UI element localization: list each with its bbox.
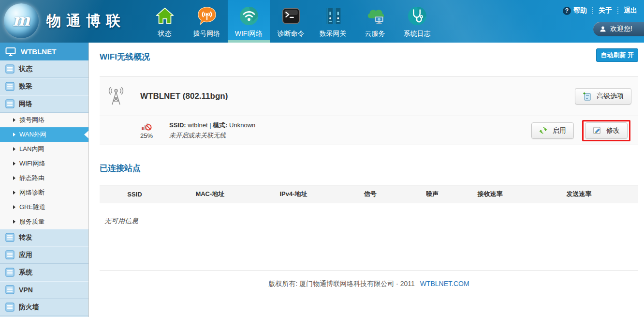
wifi-status-row: 25% SSID: wtblnet | 模式: Unknown 未开启或未关联无… bbox=[100, 116, 638, 145]
gateway-icon bbox=[323, 6, 343, 26]
sidebar-item-qos[interactable]: 服务质量 bbox=[0, 214, 88, 229]
signal-indicator: 25% bbox=[136, 122, 157, 139]
nav-tab-diagnostics[interactable]: 诊断命令 bbox=[270, 0, 312, 43]
advanced-options-icon bbox=[583, 92, 591, 101]
home-icon bbox=[155, 6, 175, 26]
wifi-panel-header: WTBLNET (802.11bgn) 高级选项 bbox=[100, 77, 638, 116]
header-links: ? 帮助 关于 退出 bbox=[563, 6, 637, 15]
about-link[interactable]: 关于 bbox=[599, 6, 612, 15]
brand-name: 物通博联 bbox=[46, 11, 126, 31]
copyright-text: 版权所有: 厦门物通博联网络科技有限公司 · 2011 bbox=[268, 280, 414, 287]
table-header-row: SSID MAC-地址 IPv4-地址 信号 噪声 接收速率 发送速率 bbox=[100, 185, 638, 203]
sidebar-item-wifi-network[interactable]: WIFI网络 bbox=[0, 156, 88, 171]
page-title: WIFI无线概况 bbox=[100, 51, 150, 62]
sidebar-item-static-route[interactable]: 静态路由 bbox=[0, 171, 88, 185]
help-icon: ? bbox=[563, 7, 571, 15]
sidebar-item-network[interactable]: 网络 bbox=[0, 95, 88, 113]
arrow-right-icon bbox=[13, 162, 15, 166]
nav-tab-label: 数采网关 bbox=[320, 30, 347, 38]
syslog-icon bbox=[407, 6, 427, 26]
wifi-action-buttons: 启用 修改 bbox=[531, 120, 631, 141]
terminal-icon bbox=[281, 6, 301, 26]
ssid-label: SSID: bbox=[169, 121, 186, 129]
user-icon bbox=[600, 26, 606, 32]
col-ssid: SSID bbox=[100, 185, 170, 203]
arrow-right-icon bbox=[13, 205, 15, 209]
nav-tab-wifi[interactable]: WIFI网络 bbox=[228, 0, 270, 43]
sidebar: WTBLNET 状态 数采 网络 拨号网络 WAN外网 LAN内网 WIF bbox=[0, 43, 89, 317]
nav-tab-label: 状态 bbox=[158, 30, 172, 38]
signal-percent: 25% bbox=[140, 132, 153, 139]
sidebar-item-wan[interactable]: WAN外网 bbox=[0, 127, 88, 142]
footer-link[interactable]: WTBLNET.COM bbox=[420, 280, 469, 287]
welcome-badge[interactable]: 欢迎您! bbox=[593, 22, 644, 36]
footer-divider bbox=[100, 270, 638, 271]
help-link[interactable]: ? 帮助 bbox=[563, 6, 587, 15]
nav-tab-status[interactable]: 状态 bbox=[144, 0, 186, 43]
mode-value: Unknown bbox=[229, 121, 255, 129]
sidebar-device-header[interactable]: WTBLNET bbox=[0, 43, 88, 60]
nav-tab-cloud[interactable]: 云服务 bbox=[354, 0, 396, 43]
connected-stations-title: 已连接站点 bbox=[100, 163, 638, 174]
empty-table-message: 无可用信息 bbox=[104, 217, 638, 226]
nav-tab-gateway[interactable]: 数采网关 bbox=[312, 0, 354, 43]
help-label: 帮助 bbox=[573, 6, 587, 15]
enable-button[interactable]: 启用 bbox=[531, 122, 574, 139]
brand-logo: m 物通博联 bbox=[4, 3, 126, 38]
mode-label: 模式: bbox=[213, 121, 227, 129]
sidebar-item-dialup-network[interactable]: 拨号网络 bbox=[0, 113, 88, 127]
link-separator bbox=[617, 7, 618, 14]
list-icon bbox=[5, 250, 15, 259]
nav-tab-syslog[interactable]: 系统日志 bbox=[396, 0, 438, 43]
modify-button[interactable]: 修改 bbox=[585, 122, 628, 139]
separator: | bbox=[209, 121, 211, 129]
device-name: WTBLNET bbox=[21, 47, 56, 56]
col-signal: 信号 bbox=[337, 185, 404, 203]
main-content: WIFI无线概况 自动刷新 开 WTBLNET (802.11bgn) bbox=[89, 43, 644, 317]
logout-link[interactable]: 退出 bbox=[624, 6, 637, 15]
sidebar-item-network-diagnostics[interactable]: 网络诊断 bbox=[0, 185, 88, 200]
sidebar-item-forwarding[interactable]: 转发 bbox=[0, 229, 88, 246]
sidebar-item-applications[interactable]: 应用 bbox=[0, 246, 88, 264]
modify-button-highlight: 修改 bbox=[582, 120, 630, 141]
sidebar-item-gre-tunnel[interactable]: GRE隧道 bbox=[0, 200, 88, 214]
nav-tab-label: WIFI网络 bbox=[235, 30, 263, 38]
dialup-icon bbox=[197, 6, 217, 26]
cloud-icon bbox=[365, 6, 385, 26]
col-mac: MAC-地址 bbox=[170, 185, 250, 203]
sidebar-item-system[interactable]: 系统 bbox=[0, 264, 88, 281]
sidebar-item-vpn[interactable]: VPN bbox=[0, 281, 88, 299]
wifi-overview-panel: WTBLNET (802.11bgn) 高级选项 bbox=[100, 76, 638, 145]
col-noise: 噪声 bbox=[404, 185, 460, 203]
nav-tab-label: 诊断命令 bbox=[278, 30, 305, 38]
footer: 版权所有: 厦门物通博联网络科技有限公司 · 2011 WTBLNET.COM bbox=[100, 280, 638, 288]
sidebar-item-firewall[interactable]: 防火墙 bbox=[0, 299, 88, 316]
col-ipv4: IPv4-地址 bbox=[250, 185, 337, 203]
title-row: WIFI无线概况 自动刷新 开 bbox=[100, 43, 638, 76]
sidebar-item-data-acquisition[interactable]: 数采 bbox=[0, 78, 88, 95]
arrow-right-icon bbox=[13, 133, 15, 136]
wifi-icon bbox=[239, 6, 259, 26]
nav-tab-dialup[interactable]: 拨号网络 bbox=[186, 0, 228, 43]
list-icon bbox=[5, 99, 15, 108]
nav-tab-label: 云服务 bbox=[365, 30, 385, 38]
sidebar-item-lan[interactable]: LAN内网 bbox=[0, 142, 88, 156]
auto-refresh-toggle[interactable]: 自动刷新 开 bbox=[596, 48, 638, 62]
advanced-options-button[interactable]: 高级选项 bbox=[575, 88, 631, 105]
list-icon bbox=[5, 233, 15, 242]
list-icon bbox=[5, 285, 15, 294]
list-icon bbox=[5, 268, 15, 277]
list-icon bbox=[5, 302, 15, 312]
ssid-line: SSID: wtblnet | 模式: Unknown bbox=[169, 122, 255, 129]
nav-tab-label: 系统日志 bbox=[404, 30, 431, 38]
nav-tab-label: 拨号网络 bbox=[193, 30, 220, 38]
logo-sphere-icon: m bbox=[4, 3, 39, 38]
wifi-info: SSID: wtblnet | 模式: Unknown 未开启或未关联无线 bbox=[169, 122, 255, 139]
arrow-right-icon bbox=[13, 191, 15, 195]
arrow-right-icon bbox=[13, 147, 15, 151]
wifi-network-title: WTBLNET (802.11bgn) bbox=[140, 91, 228, 101]
list-icon bbox=[5, 82, 15, 91]
col-tx-rate: 发送速率 bbox=[520, 185, 638, 203]
router-admin-screen: m 物通博联 状态 拨号网络 bbox=[0, 0, 644, 317]
sidebar-item-status[interactable]: 状态 bbox=[0, 60, 88, 78]
